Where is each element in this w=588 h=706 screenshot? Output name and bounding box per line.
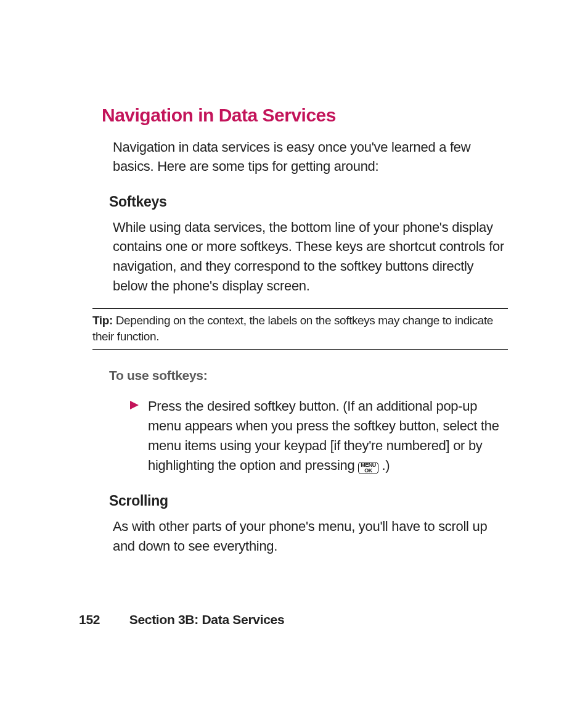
tip-body: Depending on the context, the labels on … (92, 314, 493, 343)
tip-callout: Tip: Depending on the context, the label… (92, 308, 508, 350)
tip-label: Tip: (92, 314, 113, 327)
scrolling-heading: Scrolling (109, 493, 508, 509)
softkeys-heading: Softkeys (109, 194, 508, 210)
section-label: Section 3B: Data Services (129, 612, 285, 626)
svg-marker-0 (130, 401, 139, 409)
intro-paragraph: Navigation in data services is easy once… (113, 138, 508, 176)
page-number: 152 (79, 612, 100, 626)
page-footer: 152 Section 3B: Data Services (79, 612, 284, 627)
key-line-2: OK (361, 468, 376, 474)
instruction-heading: To use softkeys: (109, 368, 508, 383)
bullet-text-before: Press the desired softkey button. (If an… (148, 398, 499, 473)
triangle-right-icon (129, 400, 139, 410)
softkeys-paragraph: While using data services, the bottom li… (113, 218, 508, 297)
page-title: Navigation in Data Services (102, 105, 508, 126)
menu-ok-key-icon: MENU OK (358, 462, 378, 474)
bullet-text: Press the desired softkey button. (If an… (148, 396, 508, 475)
bullet-text-after: .) (378, 458, 390, 473)
bullet-item: Press the desired softkey button. (If an… (129, 396, 508, 475)
scrolling-paragraph: As with other parts of your phone's menu… (113, 517, 508, 556)
document-page: Navigation in Data Services Navigation i… (0, 0, 588, 706)
